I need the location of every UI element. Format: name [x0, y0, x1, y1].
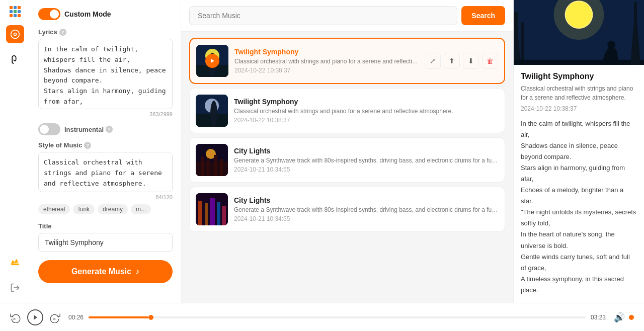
- center-panel: Search: [181, 0, 513, 303]
- forward-button[interactable]: 15: [49, 312, 60, 323]
- search-input[interactable]: [189, 6, 457, 25]
- lyrics-label: Lyrics ?: [38, 28, 173, 36]
- volume-icon[interactable]: 🔊: [614, 312, 625, 323]
- result-thumb-3: [196, 144, 228, 176]
- svg-marker-8: [211, 59, 214, 63]
- result-info-2: Twilight Symphony Classical orchestral w…: [234, 98, 499, 124]
- custom-mode-row: Custom Mode: [38, 8, 173, 20]
- result-info-1: Twilight Symphony Classical orchestral w…: [234, 48, 419, 74]
- right-lyrics: In the calm of twilight, whispers fill t…: [521, 118, 637, 296]
- svg-point-29: [566, 2, 592, 28]
- progress-bar[interactable]: [89, 316, 586, 318]
- tag-dreamy[interactable]: dreamy: [98, 204, 128, 214]
- svg-rect-25: [222, 206, 226, 225]
- right-info: Twilight Symphony Classical orchestral w…: [514, 65, 644, 303]
- tag-more[interactable]: m...: [131, 204, 151, 214]
- share-icon[interactable]: ⬆: [444, 53, 460, 69]
- result-actions-1: ⤢ ⬆ ⬇ 🗑: [425, 53, 498, 69]
- svg-rect-23: [210, 198, 215, 225]
- custom-mode-label: Custom Mode: [64, 10, 111, 18]
- volume-dot: [629, 315, 634, 320]
- generate-music-button[interactable]: Generate Music ♪: [38, 260, 173, 283]
- tag-ethereal[interactable]: ethereal: [38, 204, 70, 214]
- style-help-icon[interactable]: ?: [84, 142, 91, 149]
- result-thumb-1: [196, 45, 228, 77]
- style-label: Style of Music ?: [38, 141, 173, 149]
- result-title-3: City Lights: [234, 147, 499, 155]
- tag-funk[interactable]: funk: [73, 204, 95, 214]
- grid-logo-icon: [10, 6, 21, 17]
- progress-section: 00:26 03:23: [68, 314, 606, 321]
- lyrics-help-icon[interactable]: ?: [59, 29, 66, 36]
- rewind-button[interactable]: 15: [10, 312, 21, 323]
- svg-text:15: 15: [52, 317, 55, 320]
- svg-rect-2: [11, 264, 19, 265]
- svg-rect-19: [220, 159, 223, 176]
- sidebar-clef-icon[interactable]: [6, 51, 24, 69]
- svg-point-1: [14, 33, 16, 36]
- result-info-3: City Lights Generate a Synthwave track w…: [234, 147, 499, 173]
- expand-icon[interactable]: ⤢: [425, 53, 441, 69]
- svg-rect-15: [196, 161, 228, 176]
- result-item[interactable]: Twilight Symphony Classical orchestral w…: [189, 88, 505, 133]
- result-date-1: 2024-10-22 10:38:37: [234, 67, 419, 74]
- sidebar: [0, 0, 30, 303]
- custom-mode-toggle[interactable]: [38, 8, 60, 20]
- svg-rect-21: [198, 201, 202, 225]
- svg-point-12: [210, 101, 217, 127]
- lyrics-textarea[interactable]: In the calm of twilight, whispers fill t…: [38, 39, 173, 109]
- result-item[interactable]: Twilight Symphony Classical orchestral w…: [189, 38, 505, 84]
- svg-rect-32: [514, 60, 644, 64]
- play-pause-button[interactable]: [27, 309, 43, 325]
- style-char-count: 84/120: [38, 194, 173, 200]
- time-current: 00:26: [68, 314, 84, 321]
- volume-section: 🔊: [614, 312, 634, 323]
- cover-image: [514, 0, 644, 65]
- progress-fill: [89, 316, 148, 318]
- right-cover: [514, 0, 644, 65]
- style-textarea[interactable]: Classical orchestral with strings and pi…: [38, 152, 173, 192]
- search-button[interactable]: Search: [461, 6, 505, 25]
- title-input[interactable]: [38, 233, 173, 252]
- right-description: Classical orchestral with strings and pi…: [521, 84, 637, 102]
- svg-point-0: [11, 30, 19, 39]
- result-title-1: Twilight Symphony: [234, 48, 419, 56]
- result-date-3: 2024-10-21 10:34:55: [234, 166, 499, 173]
- sidebar-music-icon[interactable]: [6, 25, 24, 43]
- instrumental-toggle[interactable]: [38, 123, 60, 135]
- result-item[interactable]: City Lights Generate a Synthwave track w…: [189, 137, 505, 183]
- result-date-2: 2024-10-22 10:38:37: [234, 117, 499, 124]
- svg-rect-22: [205, 203, 208, 225]
- results-list: Twilight Symphony Classical orchestral w…: [181, 32, 513, 303]
- sidebar-logout-icon[interactable]: [6, 279, 24, 297]
- svg-rect-18: [214, 155, 217, 176]
- left-panel: Custom Mode Lyrics ? In the calm of twil…: [30, 0, 181, 303]
- lyrics-char-count: 383/2999: [38, 111, 173, 117]
- svg-text:15: 15: [13, 317, 16, 320]
- result-desc-4: Generate a Synthwave track with 80s-insp…: [234, 206, 499, 213]
- search-bar-row: Search: [181, 0, 513, 32]
- right-title: Twilight Symphony: [521, 72, 637, 81]
- svg-rect-24: [217, 202, 220, 225]
- progress-dot: [148, 315, 153, 320]
- instrumental-help-icon[interactable]: ?: [106, 126, 113, 133]
- download-icon[interactable]: ⬇: [463, 53, 479, 69]
- instrumental-row: Instrumental ?: [38, 123, 173, 135]
- play-overlay-1: [196, 45, 228, 77]
- svg-rect-31: [521, 22, 524, 64]
- player-controls: 15 15: [10, 309, 60, 325]
- instrumental-label: Instrumental ?: [64, 126, 113, 133]
- result-desc-2: Classical orchestral with strings and pi…: [234, 108, 499, 115]
- result-desc-1: Classical orchestral with strings and pi…: [234, 58, 419, 65]
- play-button-1[interactable]: [205, 54, 219, 68]
- svg-point-34: [607, 41, 615, 49]
- bottom-player: 15 15 00:26 03:23 🔊: [0, 303, 644, 331]
- svg-rect-17: [207, 158, 209, 176]
- result-title-2: Twilight Symphony: [234, 98, 499, 106]
- right-panel: Twilight Symphony Classical orchestral w…: [513, 0, 644, 303]
- delete-icon[interactable]: 🗑: [482, 53, 498, 69]
- result-title-4: City Lights: [234, 196, 499, 204]
- sidebar-crown-icon[interactable]: [6, 253, 24, 271]
- result-item[interactable]: City Lights Generate a Synthwave track w…: [189, 187, 505, 232]
- time-total: 03:23: [591, 314, 606, 321]
